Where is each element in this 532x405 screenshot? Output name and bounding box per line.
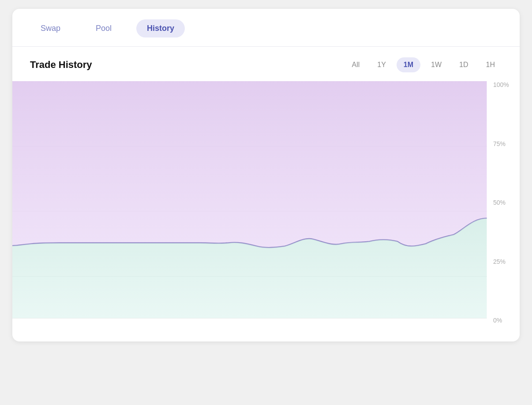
tabs-section: Swap Pool History — [12, 9, 520, 47]
chart-area: 100% 75% 50% 25% 0% — [12, 81, 520, 341]
tab-swap[interactable]: Swap — [30, 19, 71, 38]
tab-history[interactable]: History — [136, 19, 185, 38]
y-label-25: 25% — [493, 258, 515, 265]
chart-svg — [12, 81, 520, 341]
y-label-0: 0% — [493, 317, 515, 324]
filter-all[interactable]: All — [345, 57, 367, 72]
filter-1d[interactable]: 1D — [452, 57, 475, 72]
filter-1w[interactable]: 1W — [424, 57, 449, 72]
chart-section: Trade History All 1Y 1M 1W 1D 1H — [12, 47, 520, 341]
time-filters: All 1Y 1M 1W 1D 1H — [345, 57, 502, 72]
chart-title: Trade History — [30, 59, 92, 71]
filter-1m[interactable]: 1M — [397, 57, 420, 72]
y-axis-labels: 100% 75% 50% 25% 0% — [489, 81, 520, 324]
y-label-50: 50% — [493, 199, 515, 206]
filter-1h[interactable]: 1H — [479, 57, 502, 72]
filter-1y[interactable]: 1Y — [370, 57, 393, 72]
chart-container: 100% 75% 50% 25% 0% Oct 11 Oct 14 Oct 17… — [12, 81, 520, 341]
y-label-100: 100% — [493, 81, 515, 88]
main-card: Swap Pool History Trade History All 1Y 1… — [12, 9, 520, 341]
tab-pool[interactable]: Pool — [85, 19, 122, 38]
chart-header: Trade History All 1Y 1M 1W 1D 1H — [12, 57, 520, 81]
y-label-75: 75% — [493, 140, 515, 147]
